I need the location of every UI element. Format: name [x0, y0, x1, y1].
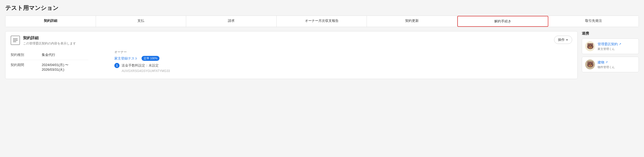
management-contract-link-title: 管理委託契約: [598, 42, 618, 47]
sidebar-link-building[interactable]: 🐻 建物 ↗ 物件管理くん: [582, 57, 639, 72]
operations-button[interactable]: 操作 ▼: [554, 36, 572, 44]
tab-cancellation[interactable]: 解約手続き: [457, 16, 549, 27]
building-link-title: 建物: [598, 60, 604, 65]
tab-owner-report[interactable]: オーナー月次収支報告: [277, 16, 367, 27]
tab-contract-renewal[interactable]: 契約更新: [367, 16, 457, 27]
sidebar-link-info-building: 建物 ↗ 物件管理くん: [598, 60, 635, 69]
avatar-management-contract: 🐻: [585, 41, 595, 51]
field-contract-period: 契約期間 2024/04/01(月) 〜 2026/03/31(火): [11, 60, 88, 75]
contract-card-title: 契約詳細: [23, 36, 76, 41]
ellipsis-text: AUVGXRSG4GSYGU¥FATYMG33: [122, 69, 572, 73]
field-label-contract-type: 契約種別: [11, 53, 42, 57]
external-link-icon-building: ↗: [605, 61, 608, 64]
field-label-contract-period: 契約期間: [11, 63, 42, 67]
remittance-info-row: 1 送金手数料設定：未設定: [114, 63, 572, 68]
sidebar-link-management-contract[interactable]: 🐻 管理委託契約 ↗ 家主管理くん: [582, 38, 639, 54]
field-contract-type: 契約種別 集金代行: [11, 50, 88, 60]
owner-name-link[interactable]: 家主登録テスト: [114, 56, 138, 61]
owner-section-label: オーナー: [114, 50, 572, 54]
avatar-building: 🐻: [585, 60, 595, 69]
page-title: テスト用マンション: [5, 4, 639, 12]
chevron-down-icon: ▼: [566, 38, 568, 41]
tab-payment[interactable]: 支払: [96, 16, 186, 27]
contract-card-icon: [11, 36, 20, 45]
sidebar-panel: 連携 🐻 管理委託契約 ↗ 家主管理くん 🐻 建物 ↗: [582, 31, 639, 79]
tab-billing[interactable]: 請求: [186, 16, 277, 27]
management-contract-sub: 家主管理くん: [598, 47, 635, 51]
owner-rate-badge: 定率 100%: [142, 56, 159, 61]
contract-card: 契約詳細 この管理委託契約の内容を表示します 操作 ▼ 契約種別 集金代行: [5, 31, 578, 79]
remittance-info-text: 送金手数料設定：未設定: [122, 63, 159, 68]
external-link-icon-management: ↗: [619, 42, 621, 46]
sidebar-section-title: 連携: [582, 31, 639, 36]
building-sub: 物件管理くん: [598, 65, 635, 69]
contract-card-subtitle: この管理委託契約の内容を表示します: [23, 41, 76, 46]
field-value-contract-type: 集金代行: [42, 53, 55, 57]
tab-contract-detail[interactable]: 契約詳細: [5, 16, 96, 27]
tabs-bar: 契約詳細 支払 請求 オーナー月次収支報告 契約更新 解約手続き 取引先発注: [5, 16, 639, 27]
owner-section: オーナー 家主登録テスト 定率 100% 1 送金手数料設定：未設定 AUVGX…: [114, 50, 572, 73]
sidebar-link-info-management: 管理委託契約 ↗ 家主管理くん: [598, 42, 635, 51]
field-value-contract-period: 2024/04/01(月) 〜 2026/03/31(火): [42, 63, 88, 72]
info-circle-badge: 1: [114, 63, 120, 68]
tab-supplier-order[interactable]: 取引先発注: [548, 16, 639, 27]
